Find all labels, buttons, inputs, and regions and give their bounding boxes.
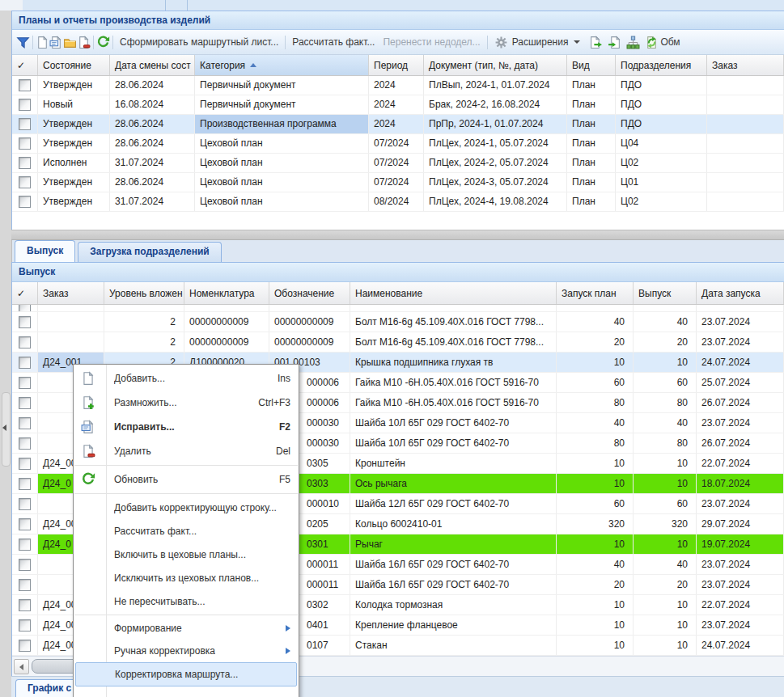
row-checkbox[interactable] [19,377,31,389]
menu-item[interactable]: Ручная корректировка [74,640,299,662]
menu-item[interactable]: Исправить...F2 [74,415,299,439]
cell-text: 26.07.2024 [701,397,750,408]
cell-date: 23.07.2024 [697,413,784,433]
plans-col-dept[interactable]: Подразделения [616,55,707,75]
plans-col-period[interactable]: Период [369,55,424,75]
menu-item[interactable]: ОбновитьF5 [74,467,299,492]
cell-text: 0107 [307,640,328,651]
row-checkbox[interactable] [19,539,31,551]
hierarchy-icon[interactable] [626,36,640,49]
row-checkbox[interactable] [19,79,31,91]
plans-table-row[interactable]: Утвержден28.06.2024Производственная прог… [12,115,784,134]
menu-item[interactable]: Не пересчитывать... [74,589,299,613]
menu-item[interactable]: Корректировка маршрута... [75,662,297,686]
row-checkbox[interactable] [19,478,31,490]
row-checkbox[interactable] [19,397,31,409]
exchange-icon[interactable] [645,36,659,49]
output-col-order[interactable]: Заказ [38,282,104,304]
plans-col-category[interactable]: Категория [195,55,369,75]
output-col-date[interactable]: Дата запуска [697,282,784,304]
refresh-icon[interactable] [96,36,110,49]
plans-table-row[interactable]: Новый16.08.2024Первичный документ2024Бра… [12,95,784,115]
row-checkbox[interactable] [19,336,31,348]
menu-item[interactable]: Исключить из цеховых планов... [74,566,299,589]
cell-order [707,115,784,133]
output-col-name[interactable]: Наименование [350,282,557,304]
collapse-left-icon[interactable] [2,425,6,431]
output-col-nomen[interactable]: Номенклатура [184,282,269,304]
row-checkbox[interactable] [19,579,31,591]
filter-icon[interactable] [16,36,30,49]
scroll-left-button[interactable] [14,659,29,674]
output-col-plan[interactable]: Запуск план [557,282,634,304]
cell-plan: 10 [557,353,634,372]
plans-table-row[interactable]: Утвержден31.07.2024Цеховой план08/2024Пл… [12,192,784,212]
row-checkbox[interactable] [19,99,31,111]
cell-kind: План [567,154,616,172]
menu-item[interactable]: Включить в цеховые планы... [74,543,299,566]
row-checkbox[interactable] [19,196,31,208]
row-checkbox[interactable] [19,118,31,130]
cell-kind: План [567,192,616,211]
menu-item-label: Рассчитать факт... [114,526,197,537]
output-col-sign[interactable]: Обозначение [269,282,350,304]
menu-item[interactable]: Рассчитать факт... [74,519,299,543]
menu-item[interactable]: Формирование [74,617,299,640]
exchange-button[interactable]: Обм [659,34,684,50]
extensions-button[interactable]: Расширения [490,33,585,52]
add-doc-icon[interactable] [36,36,49,49]
output-table-row[interactable]: 20000000000900000000009Болт М16-6g 45.10… [12,332,784,353]
row-checkbox[interactable] [19,137,31,150]
import-doc-icon[interactable] [608,36,621,49]
cell-name: Кронштейн [350,454,557,473]
row-checkbox[interactable] [19,640,31,652]
row-checkbox[interactable] [19,157,31,169]
row-checkbox[interactable] [19,458,31,470]
output-col-out[interactable]: Выпуск [634,282,697,304]
tab-zagruzka-podrazdeleniy[interactable]: Загрузка подразделений [78,242,221,262]
plans-table-row[interactable]: Утвержден28.06.2024Цеховой план07/2024Пл… [12,134,784,154]
menu-item[interactable]: Добавить...Ins [74,366,299,391]
row-checkbox[interactable] [19,357,31,369]
plans-col-order[interactable]: Заказ [707,55,784,75]
row-checkbox[interactable] [19,437,31,450]
cell-dept: ПДО [616,76,707,95]
export-doc-icon[interactable] [589,36,603,49]
open-folder-icon[interactable] [63,36,77,49]
tab-vypusk[interactable]: Выпуск [15,240,75,262]
plans-col-state[interactable]: Состояние [38,55,110,75]
plans-table-row[interactable]: Исполнен31.07.2024Цеховой план07/2024ПлЦ… [12,154,784,173]
calc-fact-button[interactable]: Рассчитать факт... [288,34,379,50]
row-checkbox[interactable] [19,176,31,188]
row-checkbox[interactable] [19,559,31,571]
plans-table-row[interactable]: Утвержден28.06.2024Цеховой план07/2024Пл… [12,173,784,192]
horizontal-splitter[interactable] [11,230,784,240]
plans-col-kind[interactable]: Вид [567,55,616,75]
edit-doc-icon[interactable] [49,36,63,49]
plans-col-check[interactable]: ✓ [12,55,38,75]
plans-col-date[interactable]: Дата смены сост [110,55,195,75]
row-checkbox[interactable] [19,619,31,632]
menu-item[interactable]: УдалитьDel [74,439,299,463]
move-backlog-button[interactable]: Перенести недодел... [379,34,484,50]
menu-item-label: Обновить [114,474,158,485]
output-table-row[interactable]: 20000000000900000000009Болт М16-6g 45.10… [12,312,784,332]
plans-col-doc[interactable]: Документ (тип, №, дата) [424,55,567,75]
menu-item[interactable]: Добавить корректирующую строку... [74,496,299,519]
row-checkbox[interactable] [19,599,31,611]
row-checkbox[interactable] [19,316,31,328]
left-splitter[interactable] [0,11,12,697]
row-checkbox[interactable] [19,417,31,429]
output-col-check[interactable]: ✓ [12,282,38,304]
row-checkbox[interactable] [19,518,31,530]
row-checkbox[interactable] [19,305,31,311]
plans-table-row[interactable]: Утвержден28.06.2024Первичный документ202… [12,76,784,95]
row-checkbox[interactable] [19,498,31,510]
delete-doc-icon[interactable] [77,36,91,49]
row-select-cell [12,494,38,513]
output-col-level[interactable]: Уровень вложен [104,282,184,304]
menu-item[interactable]: Размножить...Ctrl+F3 [74,391,299,415]
output-table-row[interactable]: Д24_000000000000 [12,305,784,312]
form-route-sheet-button[interactable]: Сформировать маршрутный лист... [116,34,282,50]
menu-item-shortcut: F5 [269,474,290,485]
